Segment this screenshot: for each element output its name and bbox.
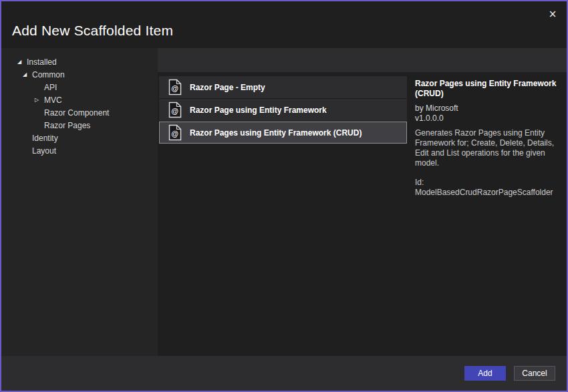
details-title: Razor Pages using Entity Framework (CRUD… bbox=[415, 79, 561, 99]
list-item-label: Razor Page using Entity Framework bbox=[190, 106, 327, 115]
sidebar-item-label: MVC bbox=[44, 95, 62, 105]
add-scaffolded-item-dialog: Add New Scaffolded Item × ◢ Installed ◢ … bbox=[0, 0, 568, 392]
details-author: by Microsoft bbox=[415, 104, 561, 114]
template-list: @ Razor Page - Empty @ Razor Page using … bbox=[159, 76, 407, 144]
tree-expander-icon[interactable]: ◢ bbox=[23, 72, 32, 77]
sidebar-item-label: API bbox=[44, 83, 57, 92]
sidebar-item-identity[interactable]: Identity bbox=[1, 132, 158, 144]
list-item-razor-page-empty[interactable]: @ Razor Page - Empty bbox=[159, 76, 407, 98]
add-button[interactable]: Add bbox=[464, 366, 506, 381]
details-id: Id: ModelBasedCrudRazorPageScaffolder bbox=[415, 178, 561, 198]
sidebar-item-common[interactable]: ◢ Common bbox=[1, 68, 158, 81]
details-pane: Razor Pages using Entity Framework (CRUD… bbox=[407, 72, 567, 356]
sidebar-item-label: Identity bbox=[32, 134, 58, 143]
list-item-label: Razor Page - Empty bbox=[190, 83, 265, 92]
details-version: v1.0.0.0 bbox=[415, 114, 561, 124]
list-item-label: Razor Pages using Entity Framework (CRUD… bbox=[190, 128, 362, 138]
sidebar-item-mvc[interactable]: ▷ MVC bbox=[1, 93, 158, 106]
razor-page-icon: @ bbox=[168, 124, 182, 141]
tree-expander-icon[interactable]: ▷ bbox=[35, 97, 44, 103]
sidebar-item-label: Common bbox=[32, 70, 65, 79]
list-item-razor-page-entity-framework[interactable]: @ Razor Page using Entity Framework bbox=[159, 99, 407, 121]
sidebar-item-layout[interactable]: Layout bbox=[1, 144, 158, 157]
page-title: Add New Scaffolded Item bbox=[12, 23, 173, 39]
cancel-button[interactable]: Cancel bbox=[514, 366, 555, 381]
svg-text:@: @ bbox=[171, 84, 178, 92]
svg-text:@: @ bbox=[171, 130, 178, 138]
sidebar-item-label: Layout bbox=[32, 146, 56, 156]
razor-page-icon: @ bbox=[168, 79, 182, 95]
sidebar-item-razor-component[interactable]: Razor Component bbox=[1, 106, 158, 119]
list-item-razor-pages-entity-framework-crud[interactable]: @ Razor Pages using Entity Framework (CR… bbox=[159, 122, 407, 144]
tree-expander-icon[interactable]: ◢ bbox=[17, 59, 27, 65]
category-tree: ◢ Installed ◢ Common API ▷ MVC Razor Com… bbox=[1, 48, 158, 356]
footer: Add Cancel bbox=[1, 356, 567, 391]
close-icon: × bbox=[549, 9, 557, 19]
sidebar-item-label: Installed bbox=[27, 57, 57, 67]
sidebar-item-label: Razor Component bbox=[44, 108, 109, 118]
details-description: Generates Razor Pages using Entity Frame… bbox=[415, 128, 561, 168]
sidebar-item-installed[interactable]: ◢ Installed bbox=[1, 55, 158, 68]
razor-page-icon: @ bbox=[168, 102, 182, 118]
svg-text:@: @ bbox=[171, 107, 178, 115]
close-button[interactable]: × bbox=[545, 6, 561, 22]
content-area: @ Razor Page - Empty @ Razor Page using … bbox=[158, 72, 567, 356]
titlebar: Add New Scaffolded Item × bbox=[1, 1, 567, 48]
sidebar-item-label: Razor Pages bbox=[44, 121, 90, 130]
sidebar-item-razor-pages[interactable]: Razor Pages bbox=[1, 119, 158, 132]
sidebar-item-api[interactable]: API bbox=[1, 81, 158, 93]
